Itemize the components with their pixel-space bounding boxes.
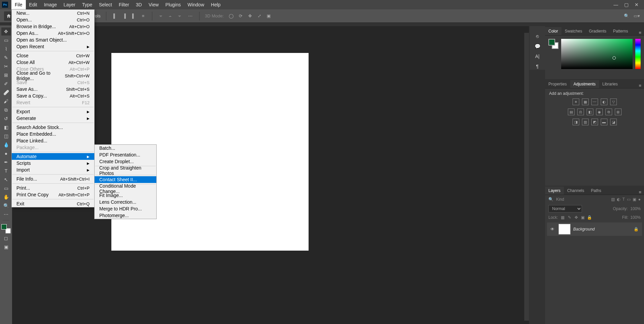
crop-tool[interactable]: ✂ — [1, 62, 11, 70]
file-menu-new[interactable]: New...Ctrl+N — [12, 10, 94, 16]
menu-image[interactable]: Image — [41, 0, 60, 9]
move-tool[interactable]: ✥ — [1, 27, 11, 36]
menu-filter[interactable]: Filter — [115, 0, 132, 9]
filter-toggle-icon[interactable]: ● — [638, 197, 641, 202]
lock-brush-icon[interactable]: ✎ — [567, 215, 572, 220]
automate-conditional-mode-change[interactable]: Conditional Mode Change... — [95, 185, 156, 192]
file-menu-import[interactable]: Import▶ — [12, 167, 94, 173]
paths-tab[interactable]: Paths — [588, 187, 605, 195]
color-panel-menu-icon[interactable]: ≡ — [636, 30, 644, 35]
file-menu-place-embedded[interactable]: Place Embedded... — [12, 131, 94, 137]
brush-tool[interactable]: 🖌 — [1, 97, 11, 105]
lasso-tool[interactable]: ⌇ — [1, 45, 11, 53]
comments-icon[interactable]: 💬 — [533, 43, 541, 50]
menu-view[interactable]: View — [145, 0, 162, 9]
color-lookup-icon[interactable]: ⊞ — [615, 109, 622, 115]
align-stretch-icon[interactable]: ≡ — [140, 13, 147, 19]
learn-icon[interactable]: ⎋ — [533, 33, 541, 40]
marquee-tool[interactable]: ▭ — [1, 36, 11, 44]
exposure-icon[interactable]: ◐ — [601, 99, 607, 105]
menu-layer[interactable]: Layer — [60, 0, 79, 9]
edit-toolbar[interactable]: ⋯ — [1, 210, 11, 218]
file-menu-search-adobe-stock[interactable]: Search Adobe Stock... — [12, 124, 94, 131]
photo-filter-icon[interactable]: ◉ — [596, 109, 603, 115]
menu-file[interactable]: File — [11, 0, 26, 9]
properties-tab[interactable]: Properties — [545, 80, 570, 88]
stamp-tool[interactable]: ⧉ — [1, 106, 11, 114]
black-white-icon[interactable]: ◧ — [587, 109, 593, 115]
color-balance-icon[interactable]: ⚖ — [577, 109, 584, 115]
posterize-icon[interactable]: ▥ — [582, 119, 589, 125]
file-menu-save-a-copy[interactable]: Save a Copy...Alt+Ctrl+S — [12, 92, 94, 99]
threshold-icon[interactable]: ◩ — [591, 119, 598, 125]
patterns-tab[interactable]: Patterns — [610, 27, 632, 35]
channels-tab[interactable]: Channels — [564, 187, 588, 195]
file-menu-scripts[interactable]: Scripts▶ — [12, 160, 94, 167]
shape-tool[interactable]: ▭ — [1, 184, 11, 192]
file-menu-close[interactable]: CloseCtrl+W — [12, 52, 94, 59]
file-menu-open[interactable]: Open...Ctrl+O — [12, 16, 94, 23]
vibrance-icon[interactable]: ▽ — [610, 99, 617, 105]
3d-roll-icon[interactable]: ⟳ — [237, 13, 244, 19]
gradient-tool[interactable]: ◫ — [1, 132, 11, 140]
file-menu-open-recent[interactable]: Open Recent▶ — [12, 43, 94, 50]
distribute-bottom-icon[interactable]: ⫟ — [176, 13, 183, 19]
menu-select[interactable]: Select — [96, 0, 115, 9]
color-indicator[interactable] — [548, 39, 558, 49]
character-icon[interactable]: A| — [533, 53, 541, 60]
file-menu-close-and-go-to-bridge[interactable]: Close and Go to Bridge...Shift+Ctrl+W — [12, 72, 94, 79]
levels-icon[interactable]: ▦ — [582, 99, 589, 105]
align-left-icon[interactable]: ▌ — [112, 13, 118, 19]
file-menu-place-linked[interactable]: Place Linked... — [12, 137, 94, 144]
layer-entry-background[interactable]: 👁 Background 🔒 — [547, 222, 642, 236]
filter-pixel-icon[interactable]: ▧ — [611, 197, 615, 202]
automate-pdf-presentation[interactable]: PDF Presentation... — [95, 151, 156, 158]
automate-lens-correction[interactable]: Lens Correction... — [95, 199, 156, 205]
layers-panel-menu-icon[interactable]: ≡ — [636, 190, 644, 195]
dodge-tool[interactable]: ● — [1, 149, 11, 157]
filter-shape-icon[interactable]: ▭ — [627, 197, 631, 202]
fill-value[interactable]: 100% — [630, 215, 641, 220]
automate-contact-sheet-ii[interactable]: Contact Sheet II... — [95, 176, 156, 183]
filter-type-icon[interactable]: T — [622, 197, 625, 202]
automate-photomerge[interactable]: Photomerge... — [95, 212, 156, 219]
color-field[interactable] — [561, 39, 633, 69]
zoom-tool[interactable]: 🔍 — [1, 202, 11, 210]
history-brush-tool[interactable]: ↺ — [1, 115, 11, 123]
layer-thumbnail[interactable] — [558, 224, 571, 235]
eyedropper-tool[interactable]: ✐ — [1, 80, 11, 88]
align-right-icon[interactable]: ▌ — [130, 13, 137, 19]
file-menu-open-as-smart-object[interactable]: Open as Smart Object... — [12, 37, 94, 43]
menu-3d[interactable]: 3D — [132, 0, 145, 9]
menu-edit[interactable]: Edit — [26, 0, 41, 9]
file-menu-file-info[interactable]: File Info...Alt+Shift+Ctrl+I — [12, 176, 94, 182]
lock-all-icon[interactable]: 🔒 — [587, 215, 592, 220]
3d-slide-icon[interactable]: ⤢ — [256, 13, 263, 19]
file-menu-save-as[interactable]: Save As...Shift+Ctrl+S — [12, 86, 94, 92]
brightness-icon[interactable]: ☀ — [573, 99, 579, 105]
distribute-middle-icon[interactable]: ⫠ — [167, 13, 174, 19]
color-tab[interactable]: Color — [545, 27, 561, 35]
more-icon[interactable]: ⋯ — [187, 13, 194, 19]
hand-tool[interactable]: ✋ — [1, 193, 11, 201]
pen-tool[interactable]: ✒ — [1, 158, 11, 166]
frame-tool[interactable]: ⊞ — [1, 71, 11, 79]
quick-mask-tool[interactable]: ◻ — [1, 234, 11, 242]
filter-adjust-icon[interactable]: ◐ — [617, 197, 620, 202]
automate-merge-to-hdr-pro[interactable]: Merge to HDR Pro... — [95, 205, 156, 212]
file-menu-open-as[interactable]: Open As...Alt+Shift+Ctrl+O — [12, 30, 94, 37]
maximize-button[interactable]: ▢ — [624, 2, 629, 7]
close-button[interactable]: ✕ — [635, 2, 639, 7]
libraries-tab[interactable]: Libraries — [599, 80, 621, 88]
file-menu-close-all[interactable]: Close AllAlt+Ctrl+W — [12, 59, 94, 66]
automate-create-droplet[interactable]: Create Droplet... — [95, 158, 156, 165]
blend-mode-select[interactable]: Normal — [548, 205, 582, 212]
gradients-tab[interactable]: Gradients — [586, 27, 610, 35]
file-menu-print[interactable]: Print...Ctrl+P — [12, 185, 94, 191]
healing-tool[interactable]: 🩹 — [1, 88, 11, 96]
screen-mode-tool[interactable]: ▣ — [1, 243, 11, 251]
align-center-icon[interactable]: ▐ — [121, 13, 128, 19]
automate-batch[interactable]: Batch... — [95, 145, 156, 151]
quick-select-tool[interactable]: ✎ — [1, 54, 11, 62]
swatches-tab[interactable]: Swatches — [561, 27, 586, 35]
